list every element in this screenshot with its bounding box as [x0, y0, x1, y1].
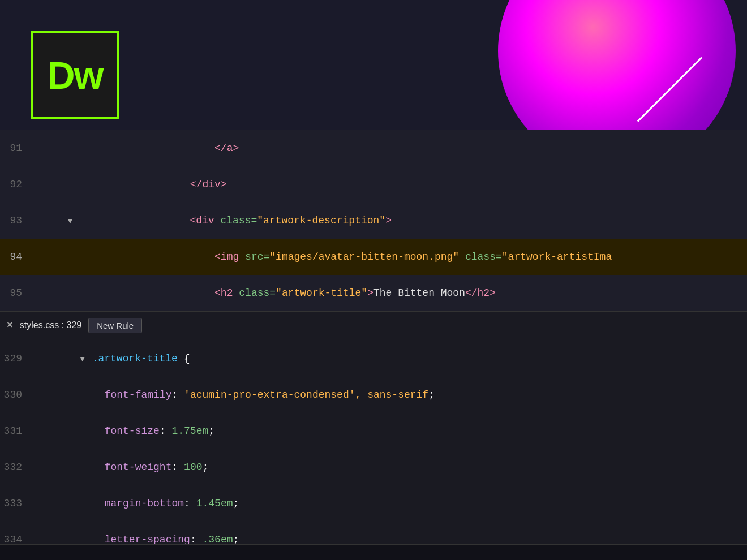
code-line-94: 94 <img src="images/avatar-bitten-moon.p… — [0, 239, 747, 275]
css-line-content-330: font-family: 'acumin-pro-extra-condensed… — [31, 378, 435, 412]
css-line-329: 329 ▼ .artwork-title { — [0, 341, 747, 377]
css-line-330: 330 font-family: 'acumin-pro-extra-conde… — [0, 377, 747, 413]
css-panel-header: × styles.css : 329 New Rule — [0, 312, 747, 338]
css-line-num-331: 331 — [0, 425, 31, 437]
line-content-92: </div> — [31, 167, 227, 201]
code-line-93: 93 ▼ <div class="artwork-description"> — [0, 203, 747, 239]
gradient-orb — [498, 0, 736, 130]
line-content-95: <h2 class="artwork-title">The Bitten Moo… — [31, 276, 496, 310]
status-bar — [0, 544, 747, 560]
css-line-331: 331 font-size: 1.75em; — [0, 413, 747, 449]
line-number-92: 92 — [0, 179, 31, 190]
css-line-content-332: font-weight: 100; — [31, 450, 208, 484]
code-line-91: 91 </a> — [0, 130, 747, 166]
html-editor-top: 91 </a> 92 </div> 93 ▼ <div class="artwo… — [0, 130, 747, 312]
css-code-section: 329 ▼ .artwork-title { 330 font-family: … — [0, 338, 747, 560]
css-line-333: 333 margin-bottom: 1.45em; — [0, 485, 747, 522]
dw-logo: Dw — [31, 31, 119, 119]
css-line-content-331: font-size: 1.75em; — [31, 414, 214, 448]
code-line-92: 92 </div> — [0, 166, 747, 203]
line-content-94: <img src="images/avatar-bitten-moon.png"… — [31, 240, 612, 274]
css-line-num-333: 333 — [0, 498, 31, 509]
css-line-num-334: 334 — [0, 534, 31, 545]
css-filename-label: styles.css : 329 — [20, 320, 81, 330]
css-panel: × styles.css : 329 New Rule 329 ▼ .artwo… — [0, 312, 747, 560]
dw-logo-text: Dw — [48, 53, 103, 97]
line-number-91: 91 — [0, 143, 31, 154]
css-line-332: 332 font-weight: 100; — [0, 449, 747, 485]
css-line-num-330: 330 — [0, 389, 31, 400]
css-line-num-332: 332 — [0, 462, 31, 473]
line-content-93: ▼ <div class="artwork-description"> — [31, 204, 392, 238]
css-line-num-329: 329 — [0, 353, 31, 364]
new-rule-button[interactable]: New Rule — [88, 318, 142, 333]
line-number-93: 93 — [0, 215, 31, 226]
code-line-95: 95 <h2 class="artwork-title">The Bitten … — [0, 275, 747, 311]
line-number-94: 94 — [0, 251, 31, 262]
line-content-91: </a> — [31, 131, 239, 165]
css-line-content-333: margin-bottom: 1.45em; — [31, 486, 239, 520]
css-line-content-329: ▼ .artwork-title { — [31, 342, 190, 376]
line-number-95: 95 — [0, 287, 31, 299]
top-section: Dw — [0, 0, 747, 130]
close-panel-button[interactable]: × — [7, 320, 13, 331]
